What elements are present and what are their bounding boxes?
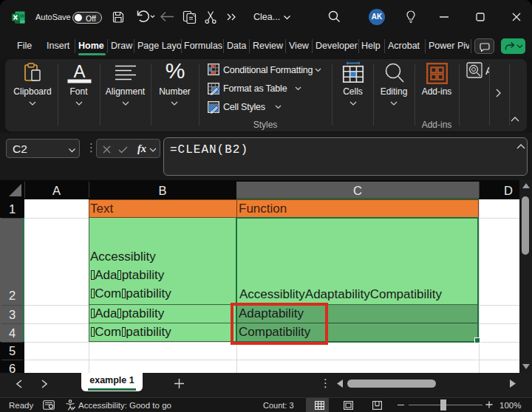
svg-text:A: A (73, 61, 85, 81)
